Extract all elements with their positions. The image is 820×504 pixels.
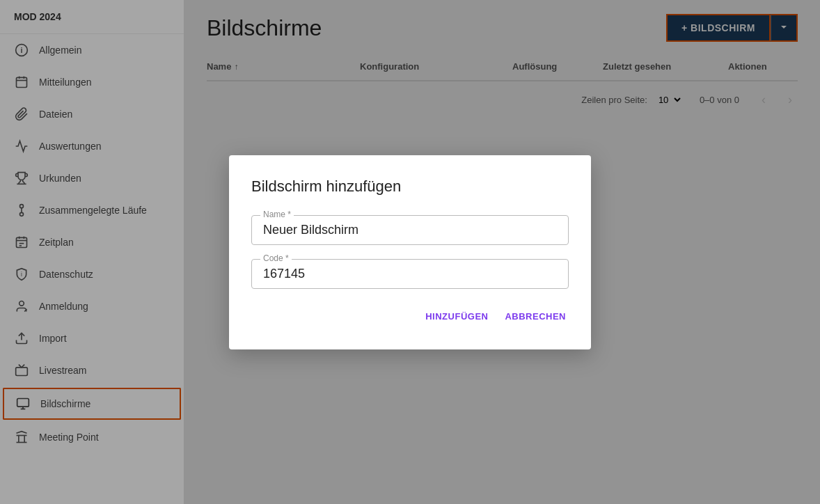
app-container: MOD 2024 i Allgemein Mitteilungen Dateie…	[0, 0, 820, 504]
code-field: Code	[251, 259, 569, 289]
name-field: Name	[251, 215, 569, 245]
hinzufuegen-button[interactable]: HINZUFÜGEN	[423, 306, 491, 327]
modal-overlay[interactable]: Bildschirm hinzufügen Name Code HINZUFÜG…	[0, 0, 820, 504]
name-input[interactable]	[263, 223, 557, 237]
code-field-label: Code	[260, 253, 292, 263]
abbrechen-button[interactable]: ABBRECHEN	[502, 306, 569, 327]
dialog-title: Bildschirm hinzufügen	[251, 178, 569, 196]
dialog: Bildschirm hinzufügen Name Code HINZUFÜG…	[229, 155, 591, 349]
code-input[interactable]	[263, 267, 557, 281]
dialog-actions: HINZUFÜGEN ABBRECHEN	[251, 306, 569, 327]
name-field-label: Name	[260, 210, 294, 219]
